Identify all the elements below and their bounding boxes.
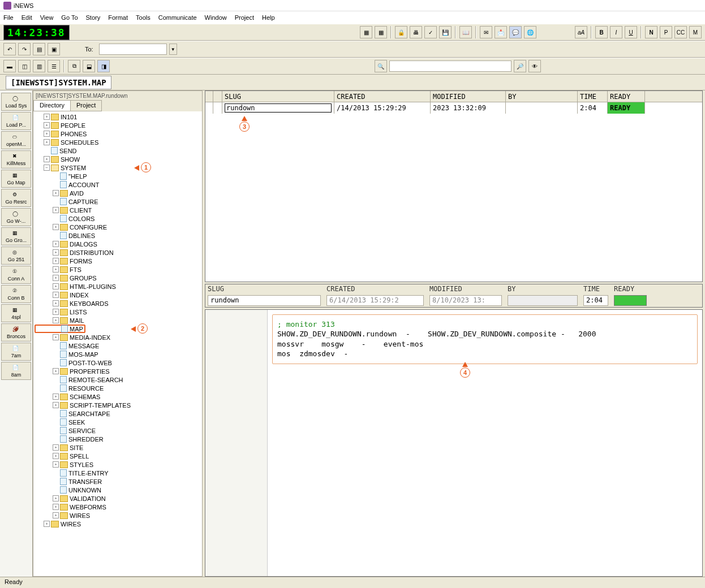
layout-7-icon[interactable]: ◨ [97, 60, 110, 72]
format-cc[interactable]: CC [674, 26, 687, 38]
tool-lock-icon[interactable]: 🔒 [395, 26, 407, 38]
format-n[interactable]: N [645, 26, 657, 38]
tool-print-icon[interactable]: 🖶 [410, 26, 422, 38]
tree-node-colors[interactable]: COLORS [35, 214, 201, 223]
tree-node-dblines[interactable]: DBLINES [35, 231, 201, 240]
expand-icon[interactable]: + [44, 156, 50, 162]
tree-node-avid[interactable]: +AVID [35, 189, 201, 197]
sidebar-btn-6[interactable]: ◯Go W-... [1, 208, 31, 226]
sidebar-btn-3[interactable]: ✖KillMess [1, 150, 31, 168]
tree-node-index[interactable]: +INDEX [35, 291, 201, 299]
sidebar-btn-7[interactable]: ▦Go Gro... [1, 227, 31, 245]
find-icon[interactable]: 🔎 [514, 60, 526, 72]
expand-icon[interactable]: + [53, 504, 59, 510]
format-aa[interactable]: aA [575, 26, 587, 38]
layout-2-icon[interactable]: ◫ [18, 60, 31, 72]
sidebar-btn-13[interactable]: 📄7am [1, 343, 31, 361]
format-m[interactable]: M [689, 26, 702, 38]
expand-icon[interactable]: + [53, 275, 59, 281]
col-time[interactable]: TIME [578, 91, 608, 102]
tree-node-map[interactable]: MAP [35, 325, 85, 333]
tree-node-people[interactable]: +PEOPLE [35, 121, 201, 129]
sidebar-btn-12[interactable]: 🏈Broncos [1, 323, 31, 341]
tree-node-wires[interactable]: +WIRES [35, 511, 201, 520]
tree-node-system[interactable]: −SYSTEM [35, 163, 201, 172]
expand-icon[interactable]: + [53, 368, 59, 374]
input-time[interactable] [583, 295, 608, 306]
tree-node-account[interactable]: ACCOUNT [35, 180, 201, 189]
menu-goto[interactable]: Go To [61, 14, 78, 21]
editor-content[interactable]: ; monitor 313 SHOW.ZD_DEV_RUNDOWN.rundow… [272, 314, 698, 364]
tree-node-groups[interactable]: +GROUPS [35, 274, 201, 282]
menu-tools[interactable]: Tools [136, 14, 151, 21]
to-input[interactable] [99, 44, 167, 55]
sidebar-btn-1[interactable]: 📄Load P... [1, 112, 31, 130]
expand-icon[interactable]: + [53, 317, 59, 323]
tree-node-schedules[interactable]: +SCHEDULES [35, 138, 201, 146]
tree-node-mos-map[interactable]: MOS-MAP [35, 350, 201, 358]
ready-indicator[interactable] [614, 295, 647, 306]
layout-3-icon[interactable]: ▥ [33, 60, 45, 72]
tree-node-validation[interactable]: +VALIDATION [35, 494, 201, 503]
tree-node-searchtape[interactable]: SEARCHTAPE [35, 409, 201, 418]
tree-node-keyboards[interactable]: +KEYBOARDS [35, 299, 201, 308]
expand-icon[interactable]: + [53, 512, 59, 518]
directory-tree[interactable]: +IN101+PEOPLE+PHONES+SCHEDULESSEND+SHOW−… [33, 111, 202, 576]
tool-undo-icon[interactable]: ↶ [3, 43, 16, 55]
input-slug[interactable] [208, 295, 321, 306]
format-underline[interactable]: U [625, 26, 637, 38]
tool-chat-icon[interactable]: 💬 [509, 26, 522, 38]
expand-icon[interactable]: + [53, 190, 59, 196]
tree-node-mail[interactable]: +MAIL [35, 316, 201, 325]
to-dropdown-icon[interactable]: ▼ [169, 44, 177, 55]
expand-icon[interactable]: + [53, 258, 59, 264]
tree-node-shredder[interactable]: SHREDDER [35, 435, 201, 443]
tree-node-"help[interactable]: "HELP [35, 172, 201, 180]
tree-node-lists[interactable]: +LISTS [35, 308, 201, 316]
sidebar-btn-14[interactable]: 📄8am [1, 362, 31, 380]
expand-icon[interactable]: + [53, 309, 59, 315]
tree-node-client[interactable]: +CLIENT [35, 206, 201, 214]
expand-icon[interactable]: + [44, 131, 50, 137]
expand-icon[interactable]: + [53, 241, 59, 247]
expand-icon[interactable]: + [53, 283, 59, 289]
expand-icon[interactable]: + [53, 495, 59, 501]
col-ready[interactable]: READY [608, 91, 645, 102]
tool-save-icon[interactable]: 💾 [439, 26, 452, 38]
menu-format[interactable]: Format [108, 14, 128, 21]
sidebar-btn-5[interactable]: ⚙Go Resrc [1, 189, 31, 207]
cell-slug[interactable]: rundown [225, 103, 332, 113]
tool-page-icon[interactable]: ▤ [33, 43, 45, 55]
tree-node-forms[interactable]: +FORMS [35, 257, 201, 265]
tree-node-show[interactable]: +SHOW [35, 155, 201, 163]
tree-node-service[interactable]: SERVICE [35, 426, 201, 435]
sidebar-btn-10[interactable]: ②Conn B [1, 285, 31, 303]
binoculars-icon[interactable]: 👁 [528, 60, 541, 72]
collapse-icon[interactable]: − [44, 165, 50, 171]
tree-node-fts[interactable]: +FTS [35, 265, 201, 274]
sidebar-btn-11[interactable]: ▦4spl [1, 304, 31, 322]
sidebar-btn-4[interactable]: ▦Go Map [1, 170, 31, 188]
menu-file[interactable]: File [3, 14, 14, 21]
expand-icon[interactable]: + [53, 249, 59, 256]
expand-icon[interactable]: + [53, 207, 59, 213]
format-italic[interactable]: I [610, 26, 622, 38]
expand-icon[interactable]: + [53, 444, 59, 451]
tree-node-unknown[interactable]: UNKNOWN [35, 486, 201, 494]
tool-doc1-icon[interactable]: ▦ [360, 26, 372, 38]
tree-node-transfer[interactable]: TRANSFER [35, 477, 201, 486]
menu-communicate[interactable]: Communicate [158, 14, 197, 21]
expand-icon[interactable]: + [53, 394, 59, 400]
expand-icon[interactable]: + [53, 300, 59, 306]
tree-node-wires[interactable]: +WIRES [35, 520, 201, 528]
format-p[interactable]: P [660, 26, 672, 38]
tool-globe-icon[interactable]: 🌐 [524, 26, 536, 38]
tab-directory[interactable]: Directory [33, 100, 71, 111]
expand-icon[interactable]: + [53, 453, 59, 459]
col-created[interactable]: CREATED [334, 91, 431, 102]
grid-row[interactable]: rundown /14/2013 15:29:29 2023 13:32:09 … [205, 102, 702, 114]
tree-node-styles[interactable]: +STYLES [35, 460, 201, 469]
tree-node-schemas[interactable]: +SCHEMAS [35, 392, 201, 401]
tree-node-seek[interactable]: SEEK [35, 418, 201, 426]
tree-node-capture[interactable]: CAPTURE [35, 197, 201, 206]
